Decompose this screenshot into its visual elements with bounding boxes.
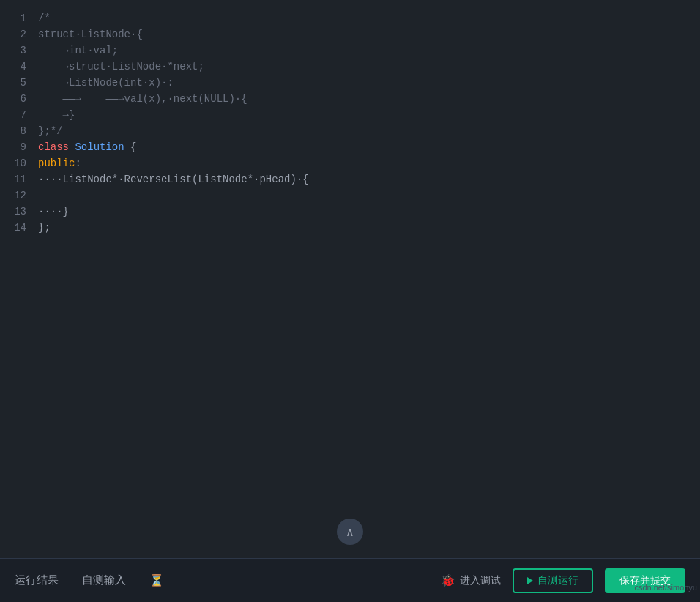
toolbar-left: 运行结果 自测输入 ⏳ (15, 573, 441, 588)
code-line-3: 3 →int·val; (0, 42, 700, 59)
code-area: 1 /* 2 struct·ListNode·{ 3 →int·val; 4 →… (0, 7, 700, 239)
code-line-7: 7 →} (0, 107, 700, 123)
chevron-up-icon: ∧ (346, 525, 354, 539)
code-line-9: 9 class Solution { (0, 139, 700, 155)
bottom-toolbar: 运行结果 自测输入 ⏳ 🐞 进入调试 自测运行 保存并提交 csdn.net/s… (0, 558, 700, 602)
code-line-8: 8 };*/ (0, 123, 700, 139)
code-line-2: 2 struct·ListNode·{ (0, 26, 700, 42)
code-line-13: 13 ····} (0, 204, 700, 220)
self-run-button[interactable]: 自测运行 (513, 568, 593, 593)
play-icon (527, 577, 533, 584)
run-result-tab[interactable]: 运行结果 (15, 573, 59, 587)
code-line-5: 5 →ListNode(int·x)·: (0, 75, 700, 91)
code-editor: 1 /* 2 struct·ListNode·{ 3 →int·val; 4 →… (0, 0, 700, 558)
self-run-label: 自测运行 (537, 574, 578, 587)
debug-icon: 🐞 (441, 573, 455, 587)
code-line-1: 1 /* (0, 10, 700, 26)
watermark: csdn.net/simonyu (634, 583, 697, 592)
code-line-12: 12 (0, 187, 700, 204)
debug-link[interactable]: 🐞 进入调试 (441, 573, 501, 587)
code-line-10: 10 public: (0, 155, 700, 171)
clock-icon: ⏳ (149, 573, 164, 588)
debug-label: 进入调试 (460, 574, 501, 587)
code-line-6: 6 ——→ ——→val(x),·next(NULL)·{ (0, 91, 700, 107)
code-line-4: 4 →struct·ListNode·*next; (0, 59, 700, 75)
code-line-11: 11 ····ListNode*·ReverseList(ListNode*·p… (0, 171, 700, 187)
code-line-14: 14 }; (0, 220, 700, 236)
scroll-up-button[interactable]: ∧ (337, 519, 363, 545)
self-test-input-tab[interactable]: 自测输入 (82, 573, 126, 587)
